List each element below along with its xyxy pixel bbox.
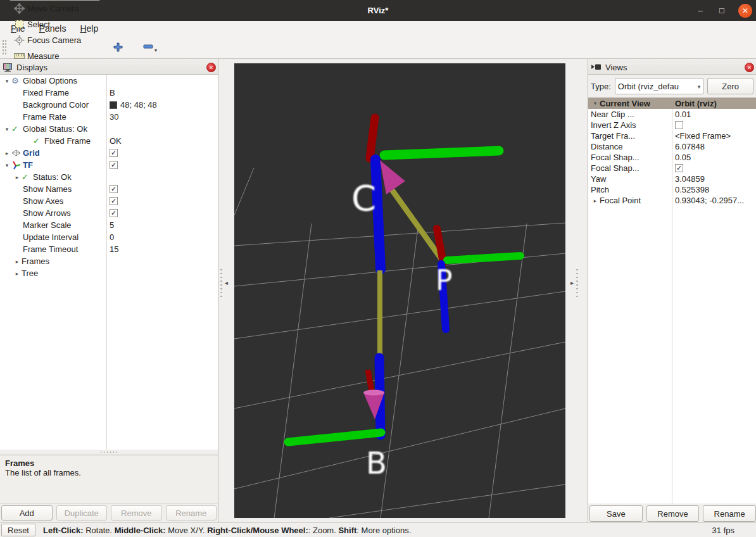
tree-row-current-view[interactable]: ▾Current ViewOrbit (rviz) bbox=[588, 98, 756, 109]
grid-icon bbox=[11, 149, 23, 156]
toolbar-drag-handle[interactable] bbox=[2, 39, 6, 56]
expander-closed-icon[interactable]: ▸ bbox=[13, 258, 22, 265]
render-panel: C P B bbox=[234, 59, 565, 522]
3d-viewport[interactable]: C P B bbox=[234, 63, 565, 518]
close-views-panel-icon[interactable]: ✕ bbox=[745, 63, 754, 72]
row-value: 15 bbox=[110, 244, 118, 254]
row-value: 0.93043; -0.2957... bbox=[675, 196, 744, 205]
frame-label-p: P bbox=[436, 264, 453, 296]
tree-row-marker-scale[interactable]: Marker Scale5 bbox=[0, 219, 218, 231]
tree-row-focal-shap[interactable]: Focal Shap...0.05 bbox=[588, 152, 756, 163]
add-tool-button[interactable] bbox=[110, 40, 127, 54]
row-label: Focal Shap... bbox=[591, 163, 639, 173]
displays-tree: ▾⚙Global OptionsFixed FrameBBackground C… bbox=[0, 75, 218, 450]
tool-label: Focus Camera bbox=[27, 35, 81, 45]
tool-select[interactable]: Select bbox=[9, 16, 98, 32]
tree-row-background-color[interactable]: Background Color48; 48; 48 bbox=[0, 99, 218, 111]
hint-action: Rotate. bbox=[84, 526, 115, 535]
tree-row-status-ok[interactable]: ▸✓Status: Ok bbox=[0, 171, 218, 183]
expander-closed-icon[interactable]: ▸ bbox=[591, 198, 600, 204]
tree-row-fixed-frame[interactable]: ✓Fixed FrameOK bbox=[0, 135, 218, 147]
row-value: Orbit (rviz) bbox=[675, 99, 717, 108]
row-value: 5 bbox=[110, 220, 114, 230]
checkbox[interactable]: ✓ bbox=[110, 149, 118, 157]
expander-open-icon[interactable]: ▾ bbox=[591, 100, 600, 106]
checkbox[interactable]: ✓ bbox=[110, 209, 118, 217]
close-displays-panel-icon[interactable]: ✕ bbox=[206, 63, 216, 72]
remove-tool-button[interactable]: ▾ bbox=[139, 39, 161, 56]
checkbox[interactable]: ✓ bbox=[110, 161, 118, 169]
tree-row-show-arrows[interactable]: Show Arrows✓ bbox=[0, 207, 218, 219]
checkbox[interactable] bbox=[675, 121, 683, 129]
tool-move-camera[interactable]: Move Camera bbox=[9, 1, 98, 16]
minimize-icon[interactable]: – bbox=[695, 6, 705, 15]
help-text: The list of all frames. bbox=[5, 468, 213, 477]
row-label: Show Arrows bbox=[23, 208, 71, 218]
tool-dropdown-arrow-icon[interactable]: ▾ bbox=[154, 47, 157, 53]
collapse-right-panel-button[interactable]: ▸ bbox=[570, 279, 574, 286]
row-label: Tree bbox=[22, 268, 38, 278]
checkbox[interactable]: ✓ bbox=[110, 197, 118, 205]
row-label: Frames bbox=[22, 256, 49, 266]
displays-header[interactable]: Displays ✕ bbox=[0, 60, 218, 75]
row-value: 0.01 bbox=[675, 110, 691, 119]
window-title: RViz* bbox=[0, 6, 756, 15]
gear-icon: ⚙ bbox=[11, 76, 23, 85]
views-header[interactable]: Views ✕ bbox=[588, 60, 756, 75]
row-label: Near Clip ... bbox=[591, 110, 634, 119]
save-button[interactable]: Save bbox=[589, 505, 643, 522]
row-label: Frame Timeout bbox=[23, 244, 78, 254]
tree-row-global-options[interactable]: ▾⚙Global Options bbox=[0, 75, 218, 87]
collapse-left-panel-button[interactable]: ◂ bbox=[225, 279, 228, 286]
tree-row-invert-z-axis[interactable]: Invert Z Axis bbox=[588, 120, 756, 130]
row-label: Focal Point bbox=[600, 196, 641, 205]
row-label: Status: Ok bbox=[33, 172, 72, 182]
tree-row-focal-shap[interactable]: Focal Shap...✓ bbox=[588, 163, 756, 174]
checkbox[interactable]: ✓ bbox=[675, 164, 683, 172]
tree-row-pitch[interactable]: Pitch0.525398 bbox=[588, 184, 756, 195]
hint-action: : Zoom. bbox=[308, 526, 339, 535]
right-splitter[interactable]: ▸ bbox=[565, 59, 588, 522]
tree-row-frame-rate[interactable]: Frame Rate30 bbox=[0, 111, 218, 123]
tree-row-show-axes[interactable]: Show Axes✓ bbox=[0, 195, 218, 207]
rename-button[interactable]: Rename bbox=[703, 505, 756, 522]
view-type-select[interactable]: Orbit (rviz_defau ▾ bbox=[615, 78, 703, 94]
tree-row-grid[interactable]: ▸Grid✓ bbox=[0, 147, 218, 159]
expander-closed-icon[interactable]: ▸ bbox=[3, 150, 11, 156]
left-splitter[interactable]: ◂ bbox=[218, 59, 234, 522]
maximize-icon[interactable]: □ bbox=[717, 6, 727, 15]
help-splitter-handle[interactable] bbox=[0, 450, 218, 455]
tree-row-target-fra[interactable]: Target Fra...<Fixed Frame> bbox=[588, 130, 756, 141]
tree-row-focal-point[interactable]: ▸Focal Point0.93043; -0.2957... bbox=[588, 195, 756, 206]
expander-closed-icon[interactable]: ▸ bbox=[13, 174, 22, 180]
tree-row-tf[interactable]: ▾TF✓ bbox=[0, 159, 218, 171]
tree-row-update-interval[interactable]: Update Interval0 bbox=[0, 231, 218, 243]
tree-row-distance[interactable]: Distance6.07848 bbox=[588, 141, 756, 152]
tree-row-fixed-frame[interactable]: Fixed FrameB bbox=[0, 87, 218, 99]
tree-row-near-clip[interactable]: Near Clip ...0.01 bbox=[588, 109, 756, 120]
remove-button[interactable]: Remove bbox=[646, 505, 700, 522]
tree-row-yaw[interactable]: Yaw3.04859 bbox=[588, 174, 756, 184]
row-value: B bbox=[110, 88, 115, 98]
close-window-icon[interactable]: ✕ bbox=[738, 4, 752, 18]
tree-row-frames[interactable]: ▸Frames bbox=[0, 255, 218, 267]
expander-closed-icon[interactable]: ▸ bbox=[13, 270, 22, 277]
checkbox[interactable]: ✓ bbox=[110, 185, 118, 193]
displays-monitor-icon bbox=[3, 63, 13, 72]
tree-row-global-status-ok[interactable]: ▾✓Global Status: Ok bbox=[0, 123, 218, 135]
reset-button[interactable]: Reset bbox=[1, 524, 35, 536]
add-button[interactable]: Add bbox=[1, 505, 53, 521]
row-label: Global Status: Ok bbox=[23, 124, 87, 134]
rename-button: Rename bbox=[166, 505, 217, 521]
displays-panel: Displays ✕ ▾⚙Global OptionsFixed FrameBB… bbox=[0, 59, 218, 522]
expander-open-icon[interactable]: ▾ bbox=[3, 126, 11, 132]
select-box-icon bbox=[14, 19, 25, 30]
mouse-hints: Left-Click: Rotate. Middle-Click: Move X… bbox=[43, 526, 712, 535]
tool-focus-camera[interactable]: Focus Camera bbox=[9, 32, 98, 48]
tree-row-frame-timeout[interactable]: Frame Timeout15 bbox=[0, 243, 218, 255]
zero-button[interactable]: Zero bbox=[707, 78, 753, 94]
expander-open-icon[interactable]: ▾ bbox=[3, 162, 11, 168]
tree-row-show-names[interactable]: Show Names✓ bbox=[0, 183, 218, 195]
expander-open-icon[interactable]: ▾ bbox=[3, 78, 11, 84]
tree-row-tree[interactable]: ▸Tree bbox=[0, 267, 218, 279]
